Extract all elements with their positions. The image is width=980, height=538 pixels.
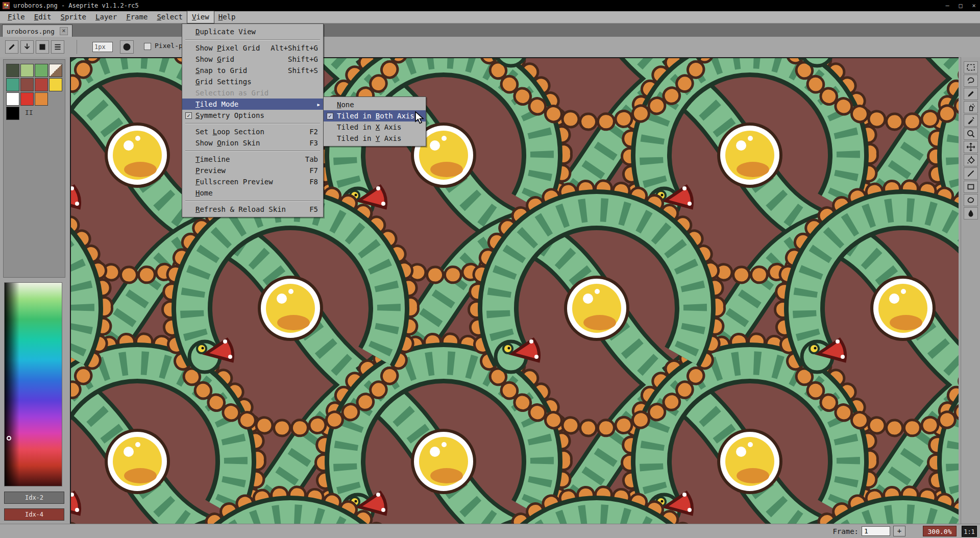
menu-item-duplicate-view[interactable]: Duplicate View [182, 26, 323, 37]
palette-swatch[interactable] [20, 78, 34, 91]
window-title: uroboros.png - Aseprite v1.1.2-rc5 [13, 0, 139, 11]
lasso-tool-button[interactable] [964, 75, 978, 87]
minimize-button[interactable]: – [943, 0, 951, 11]
view-menu-dropdown: Duplicate View Show Pixel Grid Alt+Shift… [182, 23, 324, 217]
menu-item-home[interactable]: Home [182, 187, 323, 199]
palette-swatch[interactable] [20, 92, 34, 106]
menubar-item-view[interactable]: View [187, 11, 214, 23]
palette-box: II [3, 59, 65, 278]
contour-tool-button[interactable] [964, 194, 978, 206]
eyedropper-tool-button[interactable] [964, 114, 978, 127]
zoom-tool-button[interactable] [964, 128, 978, 140]
menu-item-symmetry-options[interactable]: ✓ Symmetry Options [182, 110, 323, 121]
line-tool-button[interactable] [964, 167, 978, 180]
menu-item-show-pixel-grid[interactable]: Show Pixel Grid Alt+Shift+G [182, 42, 323, 54]
menu-item-fullscreen-preview[interactable]: Fullscreen Preview F8 [182, 176, 323, 187]
menu-separator [185, 151, 320, 152]
tiled-mode-submenu: None ✓ Tiled in Both Axis Tiled in X Axi… [323, 96, 426, 146]
brush-type-button[interactable] [120, 40, 134, 54]
menu-item-preview[interactable]: Preview F7 [182, 165, 323, 176]
titlebar: uroboros.png - Aseprite v1.1.2-rc5 – □ × [0, 0, 980, 11]
menubar-item-help[interactable]: Help [214, 11, 240, 23]
round-brush-icon [120, 41, 133, 53]
lasso-icon [965, 76, 977, 86]
menu-item-tiled-mode[interactable]: Tiled Mode ▶ [182, 99, 323, 110]
menubar-item-layer[interactable]: Layer [91, 11, 121, 23]
blur-tool-button[interactable] [964, 207, 978, 219]
spray-tool-button[interactable] [964, 101, 978, 113]
menu-item-selection-as-grid: Selection as Grid [182, 87, 323, 99]
menu-item-show-grid[interactable]: Show Grid Shift+G [182, 54, 323, 65]
background-color-index-button[interactable]: Idx-4 [4, 508, 64, 521]
check-icon: ✓ [185, 112, 192, 119]
menu-item-grid-settings[interactable]: Grid Settings [182, 76, 323, 87]
brush-option-button[interactable] [5, 40, 18, 54]
submenu-arrow-icon: ▶ [317, 99, 320, 110]
zoom-icon [965, 129, 977, 139]
square-option-button[interactable] [36, 40, 49, 54]
move-icon [965, 142, 977, 152]
eyedropper-icon [965, 115, 977, 126]
foreground-color-index-button[interactable]: Idx-2 [4, 492, 64, 504]
frame-number-input[interactable] [862, 526, 890, 536]
close-button[interactable]: × [970, 0, 978, 11]
submenu-item-none[interactable]: None [324, 99, 426, 110]
pencil-tool-button[interactable] [964, 88, 978, 100]
palette-swatch[interactable] [35, 92, 48, 106]
blur-icon [965, 208, 977, 218]
menubar-item-file[interactable]: File [3, 11, 30, 23]
palette-swatch[interactable] [6, 92, 19, 106]
menubar: File Edit Sprite Layer Frame Select View… [0, 11, 980, 23]
palette-swatch[interactable] [49, 64, 62, 77]
move-tool-button[interactable] [964, 141, 978, 153]
menu-item-timeline[interactable]: Timeline Tab [182, 154, 323, 165]
spectrum-marker [7, 436, 11, 441]
pixel-ratio-button[interactable]: 1:1 [962, 526, 977, 537]
menu-item-show-onion-skin[interactable]: Show Onion Skin F3 [182, 137, 323, 149]
check-icon: ✓ [327, 113, 333, 119]
tab-uroboros[interactable]: uroboros.png × [2, 25, 72, 37]
add-frame-button[interactable]: + [893, 526, 905, 536]
palette-grid [6, 64, 63, 120]
paint-bucket-tool-button[interactable] [964, 154, 978, 166]
palette-swatch[interactable] [6, 64, 19, 77]
tab-close-icon[interactable]: × [60, 27, 68, 35]
status-bar: Frame: + 300.0% 1:1 [0, 524, 980, 538]
paint-bucket-icon [965, 155, 977, 165]
zoom-indicator[interactable]: 300.0% [923, 526, 957, 536]
contour-icon [965, 195, 977, 205]
line-icon [965, 168, 977, 179]
color-spectrum[interactable] [4, 282, 62, 486]
menu-separator [185, 201, 320, 202]
menubar-item-frame[interactable]: Frame [121, 11, 152, 23]
palette-swatch[interactable] [6, 107, 19, 120]
submenu-item-tiled-x-axis[interactable]: Tiled in X Axis [324, 121, 426, 133]
arrow-down-icon [22, 42, 32, 52]
rectangle-icon [965, 182, 977, 192]
menu-item-refresh-reload-skin[interactable]: Refresh & Reload Skin F5 [182, 204, 323, 215]
menubar-item-edit[interactable]: Edit [30, 11, 56, 23]
rectangular-marquee-tool-button[interactable] [964, 61, 978, 74]
menu-item-set-loop-section[interactable]: Set Loop Section F2 [182, 126, 323, 137]
palette-swatch[interactable] [6, 78, 19, 91]
list-option-button[interactable] [51, 40, 64, 54]
palette-swatch[interactable] [35, 64, 48, 77]
spray-icon [965, 102, 977, 112]
context-bar: Pixel-pe [0, 37, 980, 58]
palette-swatch[interactable] [35, 78, 48, 91]
submenu-item-tiled-both-axis[interactable]: ✓ Tiled in Both Axis [324, 110, 426, 121]
rectangle-tool-button[interactable] [964, 181, 978, 193]
maximize-button[interactable]: □ [957, 0, 965, 11]
submenu-item-tiled-y-axis[interactable]: Tiled in Y Axis [324, 133, 426, 144]
pencil-icon [965, 89, 977, 99]
palette-swatch[interactable] [49, 78, 62, 91]
pixel-perfect-checkbox[interactable] [144, 43, 151, 50]
palette-swatch[interactable] [20, 64, 34, 77]
filled-square-icon [37, 42, 47, 52]
menubar-item-sprite[interactable]: Sprite [56, 11, 91, 23]
window-controls: – □ × [943, 0, 978, 11]
menu-item-snap-to-grid[interactable]: Snap to Grid Shift+S [182, 65, 323, 76]
dither-option-button[interactable] [20, 40, 34, 54]
menubar-item-select[interactable]: Select [152, 11, 187, 23]
brush-size-input[interactable] [92, 42, 113, 52]
